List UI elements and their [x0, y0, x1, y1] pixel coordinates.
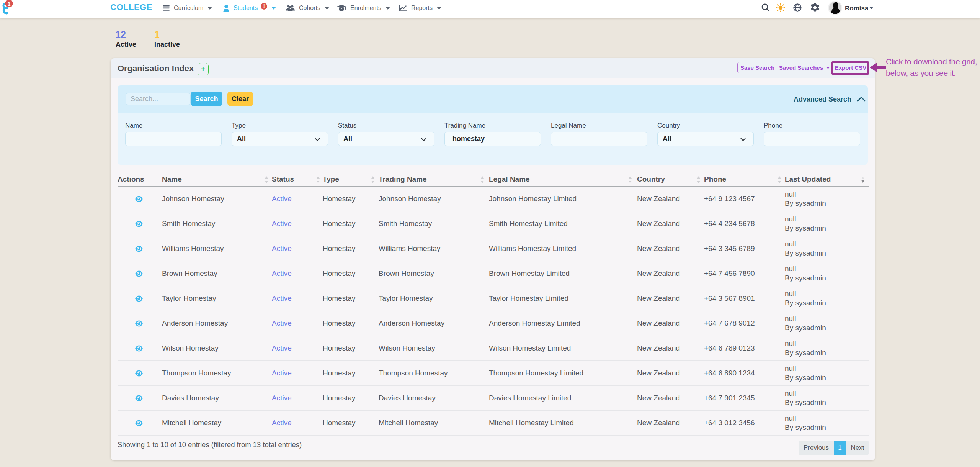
svg-text:1: 1: [7, 1, 10, 7]
